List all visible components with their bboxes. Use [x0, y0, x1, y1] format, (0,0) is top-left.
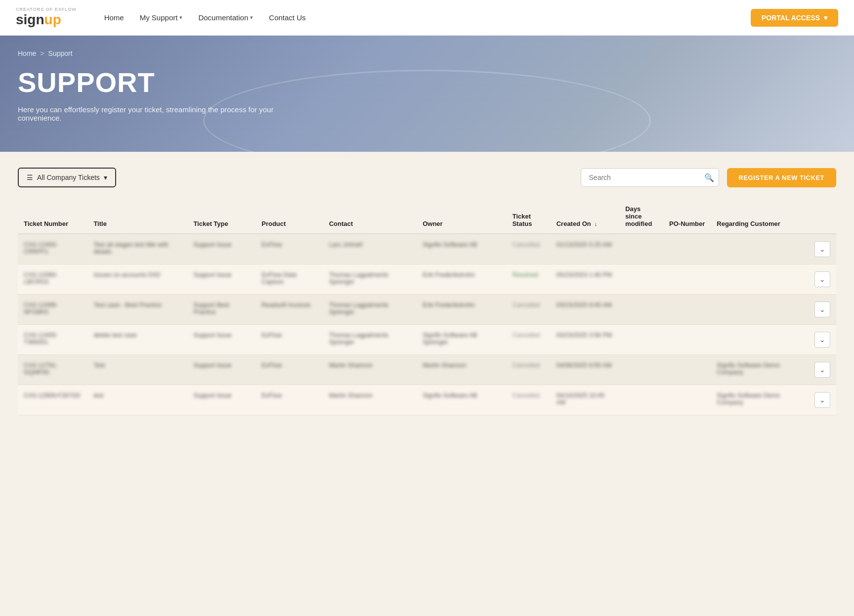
tickets-table-container: Ticket Number Title Ticket Type Product …: [18, 201, 836, 415]
table-row: CAS-12405-T366051 delete test case Suppo…: [18, 325, 836, 355]
cell-expand: ⌄: [809, 325, 836, 355]
col-contact: Contact: [323, 201, 417, 234]
table-header-row: Ticket Number Title Ticket Type Product …: [18, 201, 836, 234]
cell-regarding-customer: [711, 295, 809, 325]
cell-created-on: 03/23/2025 3:56 PM: [551, 325, 619, 355]
cell-contact: Thomas Lagpalments Sprenger: [323, 325, 417, 355]
cell-po-number: [663, 295, 711, 325]
filter-button[interactable]: ☰ All Company Tickets ▾: [18, 168, 116, 187]
toolbar: ☰ All Company Tickets ▾ 🔍 REGISTER A NEW…: [18, 168, 836, 187]
filter-chevron-icon: ▾: [104, 174, 107, 181]
row-expand-button[interactable]: ⌄: [814, 271, 830, 287]
hero-section: Home > Support SUPPORT Here you can effo…: [0, 36, 854, 152]
cell-title: Test case - Best Practice: [87, 295, 187, 325]
cell-days-modified: [619, 264, 663, 295]
search-input[interactable]: [581, 168, 719, 187]
tickets-table: Ticket Number Title Ticket Type Product …: [18, 201, 836, 415]
cell-contact: Thomas Lagpalments Sprenger: [323, 264, 417, 295]
cta-chevron-icon: ▾: [824, 14, 827, 22]
cell-days-modified: [619, 325, 663, 355]
cell-title: test: [87, 385, 187, 415]
breadcrumb-home[interactable]: Home: [18, 49, 36, 57]
created-on-sort-icon: ↓: [594, 221, 597, 227]
cell-regarding-customer: [711, 234, 809, 264]
documentation-chevron-icon: ▾: [250, 14, 253, 21]
nav-contact-us[interactable]: Contact Us: [269, 13, 305, 22]
cell-owner: Martin Shannon: [417, 355, 507, 385]
nav-home[interactable]: Home: [104, 13, 124, 22]
cell-ticket-type: Support Issue: [187, 264, 256, 295]
row-expand-button[interactable]: ⌄: [814, 241, 830, 257]
cell-po-number: [663, 385, 711, 415]
nav-links: Home My Support ▾ Documentation ▾ Contac…: [104, 13, 731, 22]
cell-expand: ⌄: [809, 234, 836, 264]
cell-title: Test: [87, 355, 187, 385]
table-row: CAS-12499-NFGBK5 Test case - Best Practi…: [18, 295, 836, 325]
cell-product: ExFlow: [256, 385, 323, 415]
cell-po-number: [663, 355, 711, 385]
cell-ticket-number: CAS-12450-CRRPF1: [18, 234, 87, 264]
search-button[interactable]: 🔍: [704, 173, 714, 182]
hero-title: SUPPORT: [18, 66, 836, 98]
cell-regarding-customer: [711, 264, 809, 295]
cell-contact: Martin Shannon: [323, 385, 417, 415]
cell-ticket-type: Support Issue: [187, 385, 256, 415]
cell-owner: Signflo Software AB: [417, 234, 507, 264]
register-ticket-button[interactable]: REGISTER A NEW TICKET: [727, 168, 836, 187]
hero-subtitle: Here you can effortlessly register your …: [18, 105, 314, 122]
navbar: CREATORS OF EXFLOW signup Home My Suppor…: [0, 0, 854, 36]
cell-contact: Lars Johnell: [323, 234, 417, 264]
cell-ticket-type: Support Issue: [187, 325, 256, 355]
cell-status: Cancelled: [507, 385, 551, 415]
col-product: Product: [256, 201, 323, 234]
col-created-on[interactable]: Created On ↓: [551, 201, 619, 234]
table-row: CAS-12450-CRRPF1 Test all stages test ti…: [18, 234, 836, 264]
cell-expand: ⌄: [809, 355, 836, 385]
cell-owner: Signflo Software AB: [417, 385, 507, 415]
table-row: CAS-12080-LBCRG3 Issues on accounts 5XD …: [18, 264, 836, 295]
col-owner: Owner: [417, 201, 507, 234]
search-wrapper: 🔍: [581, 168, 719, 187]
toolbar-right: 🔍 REGISTER A NEW TICKET: [581, 168, 836, 187]
cell-expand: ⌄: [809, 295, 836, 325]
cell-expand: ⌄: [809, 385, 836, 415]
nav-my-support[interactable]: My Support ▾: [140, 13, 183, 22]
breadcrumb-current: Support: [48, 49, 73, 57]
cell-status: Cancelled: [507, 295, 551, 325]
portal-access-button[interactable]: PORTAL ACCESS ▾: [751, 9, 838, 27]
cell-product: ExFlow: [256, 355, 323, 385]
nav-documentation[interactable]: Documentation ▾: [198, 13, 253, 22]
cell-status: Cancelled: [507, 355, 551, 385]
row-expand-button[interactable]: ⌄: [814, 332, 830, 348]
cell-po-number: [663, 264, 711, 295]
cell-days-modified: [619, 355, 663, 385]
col-title: Title: [87, 201, 187, 234]
cell-title: Issues on accounts 5XD: [87, 264, 187, 295]
col-expand: [809, 201, 836, 234]
cell-days-modified: [619, 234, 663, 264]
col-ticket-status: Ticket Status: [507, 201, 551, 234]
cell-ticket-type: Support Best Practice: [187, 295, 256, 325]
cell-po-number: [663, 325, 711, 355]
cell-status: Cancelled: [507, 234, 551, 264]
logo: CREATORS OF EXFLOW signup: [16, 7, 77, 28]
cell-created-on: 04/10/2025 10:45 AM: [551, 385, 619, 415]
cell-created-on: 01/13/2025 5:25 AM: [551, 234, 619, 264]
cell-ticket-number: CAS-12791-GQMF65: [18, 355, 87, 385]
row-expand-button[interactable]: ⌄: [814, 392, 830, 408]
table-row: CAS-12791-GQMF65 Test Support Issue ExFl…: [18, 355, 836, 385]
col-po-number: PO-Number: [663, 201, 711, 234]
cell-ticket-type: Support Issue: [187, 355, 256, 385]
breadcrumb-separator: >: [40, 49, 44, 57]
row-expand-button[interactable]: ⌄: [814, 302, 830, 317]
cell-days-modified: [619, 385, 663, 415]
search-icon: 🔍: [704, 174, 714, 182]
col-ticket-number: Ticket Number: [18, 201, 87, 234]
cell-regarding-customer: [711, 325, 809, 355]
cell-contact: Martin Shannon: [323, 355, 417, 385]
cell-regarding-customer: Signflo Software Demo Company: [711, 355, 809, 385]
row-expand-button[interactable]: ⌄: [814, 362, 830, 378]
cell-expand: ⌄: [809, 264, 836, 295]
cell-ticket-number: CAS-12499-NFGBK5: [18, 295, 87, 325]
cell-days-modified: [619, 295, 663, 325]
